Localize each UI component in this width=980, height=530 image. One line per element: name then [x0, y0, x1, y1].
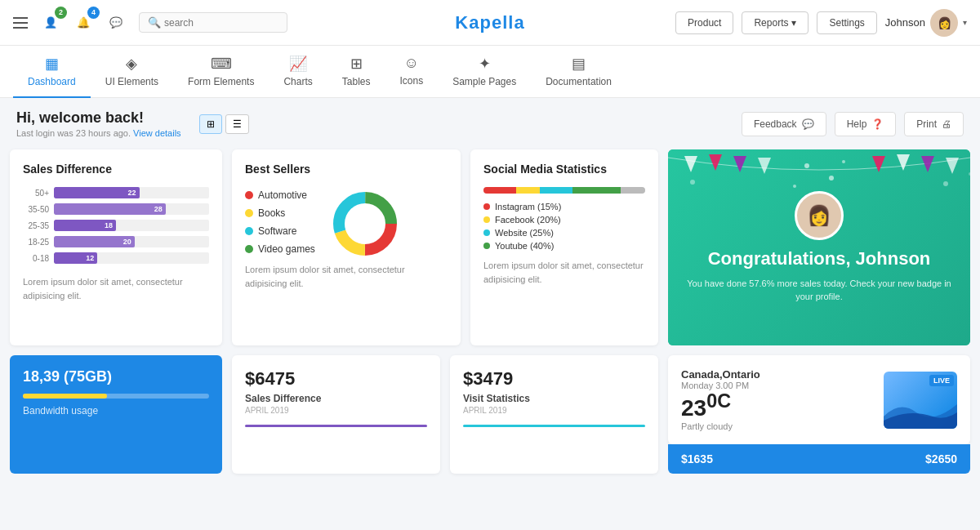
hamburger-icon[interactable] — [13, 17, 28, 29]
nav-right: Product Reports ▾ Settings Johnson 👩 ▾ — [675, 9, 967, 37]
list-item: Video games — [245, 243, 315, 255]
svg-marker-10 — [897, 154, 910, 171]
bar-row-2: 35-50 28 — [23, 203, 209, 215]
top-cards-row: Sales Difference 50+ 22 35-50 28 25-35 — [10, 149, 970, 345]
sales-desc: Lorem ipsum dolor sit amet, consectetur … — [23, 275, 209, 302]
stat2-period: APRIL 2019 — [463, 406, 645, 415]
bandwidth-label: Bandwidth usage — [23, 405, 209, 416]
best-sellers-card: Best Sellers Automotive Books Software — [232, 149, 461, 345]
legend-dot — [483, 203, 490, 210]
visit-stat-card: $3479 Visit Statistics APRIL 2019 — [450, 355, 658, 474]
tab-sample-pages[interactable]: ✦ Sample Pages — [438, 46, 531, 98]
list-item: Instagram (15%) — [483, 202, 645, 212]
reports-button[interactable]: Reports ▾ — [742, 11, 808, 34]
legend-dot — [245, 227, 253, 235]
tab-icons[interactable]: ☺ Icons — [385, 46, 438, 98]
legend-dot — [483, 243, 490, 249]
message-icon: 💬 — [109, 16, 122, 29]
sales-title: Sales Difference — [23, 163, 209, 176]
svg-point-13 — [804, 163, 809, 168]
bandwidth-progress — [23, 394, 209, 399]
dashboard-icon: ▦ — [45, 55, 59, 73]
svg-marker-9 — [872, 156, 885, 172]
sales-stat-card: $6475 Sales Difference APRIL 2019 — [232, 355, 440, 474]
stat1-amount: $6475 — [245, 368, 427, 390]
message-icon-btn[interactable]: 💬 — [103, 10, 129, 36]
stat1-name: Sales Difference — [245, 393, 427, 404]
stat1-bar — [245, 425, 427, 427]
stat2-name: Visit Statistics — [463, 393, 645, 404]
svg-point-4 — [345, 204, 385, 243]
view-toggle: ⊞ ☰ — [199, 114, 249, 134]
tab-ui-elements[interactable]: ◈ UI Elements — [91, 46, 173, 98]
list-item: Automotive — [245, 189, 315, 201]
bottom-stat1: $1635 — [681, 452, 713, 465]
brand-logo: Kapella — [455, 12, 524, 33]
view-details-link[interactable]: View details — [133, 128, 181, 138]
tab-tables[interactable]: ⊞ Tables — [327, 46, 385, 98]
donut-chart — [328, 187, 402, 263]
bar-chart: 50+ 22 35-50 28 25-35 18 — [23, 187, 209, 264]
bar-fill: 18 — [54, 220, 116, 231]
svg-point-16 — [842, 160, 845, 163]
help-icon: ❓ — [871, 118, 884, 130]
sales-difference-card: Sales Difference 50+ 22 35-50 28 25-35 — [10, 149, 222, 345]
bar-row-1: 50+ 22 — [23, 187, 209, 198]
user-area[interactable]: Johnson 👩 ▾ — [885, 9, 967, 37]
bell-icon: 🔔 — [77, 16, 90, 29]
icons-icon: ☺ — [404, 55, 419, 72]
congrats-avatar: 👩 — [795, 191, 844, 240]
welcome-bar: Hi, welcome back! Last login was 23 hour… — [0, 98, 980, 149]
avatar: 👩 — [930, 9, 958, 37]
sample-pages-icon: ✦ — [479, 55, 491, 73]
bestsellers-layout: Automotive Books Software Video games — [245, 187, 448, 263]
weather-location: Canada,Ontario — [681, 368, 874, 381]
bandwidth-fill — [23, 394, 107, 399]
social-media-card: Social Media Statistics Instagram (15%) — [470, 149, 658, 345]
congrats-content: 👩 Congratulations, Johnson You have done… — [668, 178, 970, 316]
bar-fill: 12 — [54, 252, 97, 264]
feedback-button[interactable]: Feedback 💬 — [742, 112, 826, 136]
svg-marker-12 — [946, 158, 959, 174]
tab-form-elements[interactable]: ⌨ Form Elements — [173, 46, 269, 98]
social-bar-yellow — [516, 187, 541, 194]
bar-fill: 28 — [54, 203, 166, 215]
congrats-subtitle: You have done 57.6% more sales today. Ch… — [681, 277, 957, 304]
user-icon-btn[interactable]: 👤 2 — [38, 10, 64, 36]
search-icon: 🔍 — [148, 16, 161, 29]
legend-dot — [483, 216, 490, 223]
ui-elements-icon: ◈ — [126, 55, 137, 73]
social-bars — [483, 187, 645, 194]
charts-icon: 📈 — [289, 55, 307, 73]
list-view-button[interactable]: ☰ — [225, 114, 249, 134]
bestsellers-desc: Lorem ipsum dolor sit amet, consectetur … — [245, 263, 448, 290]
congrats-title: Congratulations, Johnson — [681, 248, 957, 269]
settings-button[interactable]: Settings — [817, 11, 876, 34]
svg-marker-5 — [684, 156, 697, 172]
bar-row-3: 25-35 18 — [23, 220, 209, 231]
help-button[interactable]: Help ❓ — [835, 112, 897, 136]
svg-point-19 — [969, 172, 970, 176]
nav-left: 👤 2 🔔 4 💬 🔍 — [13, 10, 287, 36]
print-button[interactable]: Print 🖨 — [904, 112, 964, 136]
search-input[interactable] — [164, 17, 278, 29]
bestsellers-legend: Automotive Books Software Video games — [245, 189, 315, 261]
product-button[interactable]: Product — [675, 11, 733, 34]
weather-temp: 230C — [681, 390, 874, 421]
tab-dashboard[interactable]: ▦ Dashboard — [13, 46, 91, 98]
svg-marker-6 — [709, 154, 722, 171]
search-box[interactable]: 🔍 — [139, 12, 287, 33]
grid-view-button[interactable]: ⊞ — [199, 114, 222, 134]
user-name: Johnson — [885, 16, 925, 29]
feedback-icon: 💬 — [802, 118, 814, 130]
bell-icon-btn[interactable]: 🔔 4 — [70, 10, 96, 36]
tab-documentation[interactable]: ▤ Documentation — [531, 46, 626, 98]
weather-description: Partly cloudy — [681, 421, 874, 431]
last-login-text: Last login was 23 hours ago. View detail… — [16, 128, 181, 138]
documentation-icon: ▤ — [572, 55, 586, 73]
bell-badge: 4 — [87, 7, 100, 19]
bestsellers-title: Best Sellers — [245, 163, 448, 176]
tab-charts[interactable]: 📈 Charts — [269, 46, 327, 98]
welcome-right: Feedback 💬 Help ❓ Print 🖨 — [742, 112, 964, 136]
bar-fill: 20 — [54, 236, 135, 247]
